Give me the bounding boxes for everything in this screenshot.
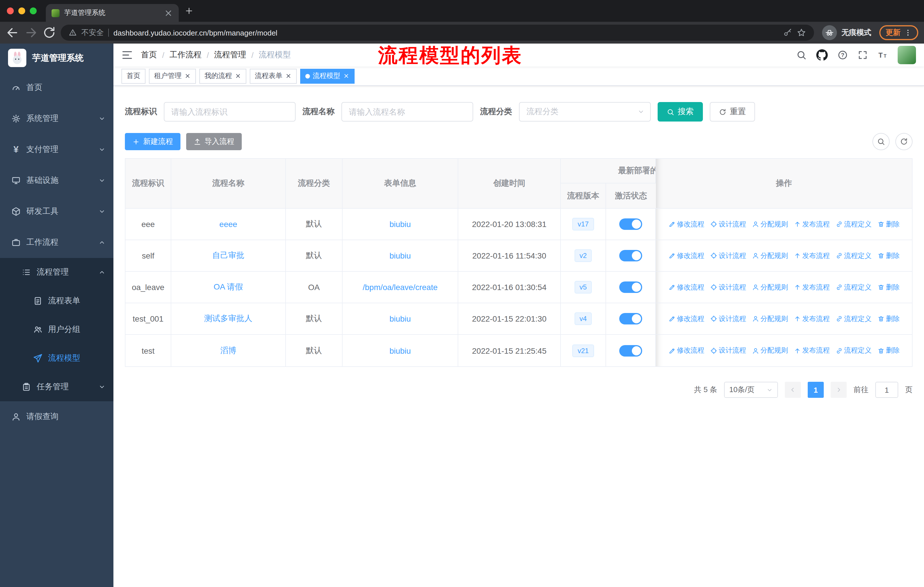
- tag-process-model[interactable]: 流程模型: [300, 68, 355, 83]
- breadcrumb-workflow[interactable]: 工作流程: [170, 50, 201, 60]
- maximize-window-button[interactable]: [30, 7, 37, 14]
- page-size-select[interactable]: 10条/页: [724, 382, 778, 398]
- sidebar-item-workflow[interactable]: 工作流程: [0, 227, 114, 258]
- assign-rule-link[interactable]: 分配规则: [752, 282, 788, 292]
- password-key-icon[interactable]: [783, 28, 792, 37]
- github-icon[interactable]: [816, 49, 828, 61]
- assign-rule-link[interactable]: 分配规则: [752, 346, 788, 356]
- process-definition-link[interactable]: 流程定义: [835, 219, 871, 229]
- design-process-link[interactable]: 设计流程: [710, 251, 746, 261]
- process-name-input[interactable]: [342, 102, 473, 122]
- create-process-button[interactable]: 新建流程: [125, 133, 180, 150]
- process-name-link[interactable]: eeee: [219, 220, 237, 229]
- delete-link[interactable]: 删除: [877, 251, 900, 261]
- close-icon[interactable]: [285, 73, 292, 79]
- search-icon[interactable]: [796, 50, 807, 60]
- sidebar-item-process-form[interactable]: 流程表单: [0, 287, 114, 315]
- process-definition-link[interactable]: 流程定义: [835, 282, 871, 292]
- form-info-link[interactable]: biubiu: [389, 220, 411, 229]
- edit-process-link[interactable]: 修改流程: [668, 219, 704, 229]
- user-avatar[interactable]: [898, 46, 916, 64]
- tag-my-process[interactable]: 我的流程: [200, 68, 246, 83]
- toggle-search-button[interactable]: [873, 133, 889, 150]
- delete-link[interactable]: 删除: [877, 314, 900, 324]
- app-logo-row[interactable]: 芋道管理系统: [0, 43, 114, 72]
- close-icon[interactable]: [185, 73, 191, 79]
- prev-page-button[interactable]: [785, 382, 801, 398]
- process-name-link[interactable]: 滔博: [220, 346, 236, 355]
- process-category-select[interactable]: 流程分类: [519, 102, 651, 122]
- delete-link[interactable]: 删除: [877, 346, 900, 356]
- edit-process-link[interactable]: 修改流程: [668, 282, 704, 292]
- close-window-button[interactable]: [7, 7, 14, 14]
- form-info-link[interactable]: biubiu: [389, 346, 411, 355]
- active-toggle[interactable]: [619, 313, 642, 324]
- back-icon[interactable]: [6, 26, 20, 40]
- tag-home[interactable]: 首页: [121, 68, 145, 83]
- sidebar-item-payment[interactable]: ¥ 支付管理: [0, 134, 114, 165]
- publish-process-link[interactable]: 发布流程: [794, 219, 830, 229]
- delete-link[interactable]: 删除: [877, 219, 900, 229]
- process-key-input[interactable]: [164, 102, 295, 122]
- design-process-link[interactable]: 设计流程: [710, 314, 746, 324]
- assign-rule-link[interactable]: 分配规则: [752, 251, 788, 261]
- tab-close-icon[interactable]: [164, 8, 173, 18]
- active-toggle[interactable]: [619, 345, 642, 356]
- sidebar-item-process-management[interactable]: 流程管理: [0, 258, 114, 287]
- close-icon[interactable]: [235, 73, 241, 79]
- sidebar-item-task-management[interactable]: 任务管理: [0, 373, 114, 401]
- fullscreen-icon[interactable]: [858, 50, 868, 60]
- forward-icon[interactable]: [24, 26, 38, 40]
- current-page-button[interactable]: 1: [808, 382, 824, 398]
- incognito-profile-chip[interactable]: 无痕模式: [822, 25, 871, 40]
- reload-icon[interactable]: [42, 26, 56, 40]
- publish-process-link[interactable]: 发布流程: [794, 251, 830, 261]
- assign-rule-link[interactable]: 分配规则: [752, 314, 788, 324]
- sidebar-item-home[interactable]: 首页: [0, 72, 114, 103]
- minimize-window-button[interactable]: [18, 7, 25, 14]
- process-name-link[interactable]: 测试多审批人: [204, 314, 252, 323]
- browser-menu-icon[interactable]: [904, 29, 912, 37]
- goto-page-input[interactable]: [875, 382, 898, 398]
- publish-process-link[interactable]: 发布流程: [794, 314, 830, 324]
- active-toggle[interactable]: [619, 250, 642, 261]
- sidebar-item-infrastructure[interactable]: 基础设施: [0, 165, 114, 196]
- form-info-link[interactable]: biubiu: [389, 314, 411, 323]
- edit-process-link[interactable]: 修改流程: [668, 251, 704, 261]
- breadcrumb-home[interactable]: 首页: [141, 50, 157, 60]
- breadcrumb-process-management[interactable]: 流程管理: [214, 50, 246, 60]
- font-size-icon[interactable]: [878, 50, 888, 60]
- sidebar-item-user-group[interactable]: 用户分组: [0, 315, 114, 344]
- process-definition-link[interactable]: 流程定义: [835, 251, 871, 261]
- design-process-link[interactable]: 设计流程: [710, 282, 746, 292]
- close-icon[interactable]: [343, 73, 350, 79]
- sidebar-item-leave-query[interactable]: 请假查询: [0, 401, 114, 432]
- process-name-link[interactable]: OA 请假: [214, 282, 243, 291]
- design-process-link[interactable]: 设计流程: [710, 219, 746, 229]
- refresh-table-button[interactable]: [895, 133, 912, 150]
- import-process-button[interactable]: 导入流程: [186, 133, 242, 150]
- delete-link[interactable]: 删除: [877, 282, 900, 292]
- active-toggle[interactable]: [619, 218, 642, 230]
- edit-process-link[interactable]: 修改流程: [668, 314, 704, 324]
- design-process-link[interactable]: 设计流程: [710, 346, 746, 356]
- search-button[interactable]: 搜索: [658, 102, 703, 122]
- next-page-button[interactable]: [831, 382, 846, 398]
- browser-tab[interactable]: 芋道管理系统: [46, 4, 179, 22]
- address-bar[interactable]: 不安全 dashboard.yudao.iocoder.cn/bpm/manag…: [61, 25, 814, 41]
- process-definition-link[interactable]: 流程定义: [835, 314, 871, 324]
- help-icon[interactable]: [838, 50, 848, 60]
- process-definition-link[interactable]: 流程定义: [835, 346, 871, 356]
- browser-update-button[interactable]: 更新: [879, 25, 918, 40]
- process-name-link[interactable]: 自己审批: [212, 251, 244, 260]
- edit-process-link[interactable]: 修改流程: [668, 346, 704, 356]
- sidebar-item-process-model[interactable]: 流程模型: [0, 344, 114, 373]
- active-toggle[interactable]: [619, 281, 642, 293]
- new-tab-button[interactable]: [185, 6, 194, 15]
- sidebar-item-devtools[interactable]: 研发工具: [0, 196, 114, 227]
- form-info-link[interactable]: /bpm/oa/leave/create: [363, 283, 438, 292]
- publish-process-link[interactable]: 发布流程: [794, 346, 830, 356]
- tag-process-form[interactable]: 流程表单: [250, 68, 297, 83]
- sidebar-toggle-icon[interactable]: [121, 49, 133, 61]
- bookmark-star-icon[interactable]: [797, 28, 806, 37]
